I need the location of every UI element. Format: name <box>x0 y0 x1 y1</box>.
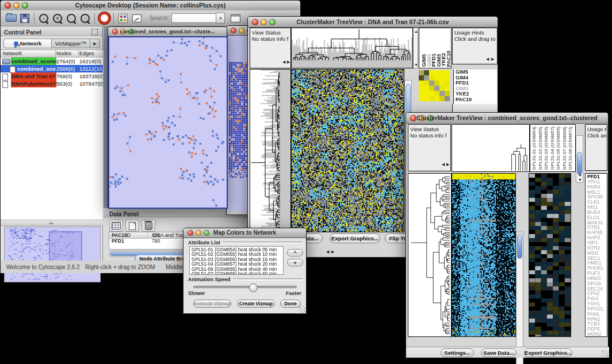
select-attributes-button[interactable] <box>109 220 123 232</box>
close-icon[interactable] <box>231 28 236 33</box>
help-button[interactable] <box>97 12 111 25</box>
matrix-cell[interactable] <box>445 75 450 81</box>
annotation-button[interactable] <box>130 12 144 25</box>
array-column-label[interactable]: GPL51-08 (GSM872) <box>568 127 573 170</box>
matrix-cell[interactable] <box>434 96 439 101</box>
export-graphics-button[interactable]: Export Graphics... <box>330 233 380 243</box>
zoom-selected-button[interactable]: · <box>78 12 92 25</box>
array-column-label[interactable]: GPL51-02 (GSM855) <box>538 127 543 170</box>
network-list-row[interactable]: RNAPuberNov2+!563(0)107847(0) <box>1 80 103 87</box>
matrix-cell[interactable] <box>445 96 450 101</box>
network-list-row[interactable]: combined_scores2764(0)16218(0) <box>1 58 103 65</box>
matrix-cell[interactable] <box>419 86 424 91</box>
matrix-cell[interactable] <box>429 75 434 81</box>
done-button[interactable]: Done <box>280 300 301 308</box>
array-column-label[interactable]: GPL51-04 (GSM857) <box>550 127 555 170</box>
animation-slider[interactable] <box>193 286 297 288</box>
heatmap-vscrollbar[interactable]: ▲ ▼ <box>516 232 523 364</box>
matrix-cell[interactable] <box>439 70 445 75</box>
matrix-cell[interactable] <box>434 75 439 81</box>
zoom-in-button[interactable]: + <box>51 12 64 25</box>
scroll-left-icon[interactable]: ◀ <box>326 250 329 254</box>
array-column-label[interactable]: GPL51-01 (GSM854) <box>531 127 537 170</box>
scroll-left-icon[interactable]: ◀ <box>282 60 285 64</box>
plugin-manager-button[interactable] <box>116 12 130 25</box>
network1-canvas[interactable] <box>109 37 227 208</box>
matrix-cell[interactable] <box>434 86 439 91</box>
matrix-cell[interactable] <box>424 70 429 75</box>
delete-attribute-button[interactable] <box>141 220 155 232</box>
matrix-cell[interactable] <box>434 70 439 75</box>
move-up-button[interactable]: ^ <box>287 249 303 256</box>
matrix-cell[interactable] <box>424 81 429 86</box>
open-session-button[interactable] <box>4 12 18 25</box>
float-panel-icon[interactable] <box>91 29 98 35</box>
network-list-row[interactable]: DNA and Tran 07769(0)183728(0) <box>1 72 103 80</box>
matrix-row-label[interactable]: PAC10 <box>456 97 497 103</box>
attribute-list[interactable]: GPL51-01 (GSM854) heat shock 05 minGPL51… <box>189 246 284 275</box>
label-scroll-strip[interactable]: ▲ ▼ <box>413 28 418 68</box>
matrix-cell[interactable] <box>434 91 439 96</box>
matrix-cell[interactable] <box>445 91 450 96</box>
matrix-cell[interactable] <box>434 81 439 86</box>
column-dendrogram-canvas[interactable] <box>292 28 412 68</box>
minimize-icon[interactable] <box>239 28 244 33</box>
network1-titlebar[interactable]: combined_scores_good.txt--cluste... <box>108 27 227 37</box>
attribute-list-item[interactable]: GPL51-07 (GSM868) heat shock 60 min <box>192 271 283 275</box>
settings-button[interactable]: Settings... <box>441 348 474 357</box>
col-network[interactable]: Network <box>3 51 22 56</box>
resize-grip[interactable] <box>602 350 609 357</box>
matrix-cell[interactable] <box>424 91 429 96</box>
matrix-cell[interactable] <box>439 81 445 86</box>
scroll-thumb[interactable] <box>577 152 582 175</box>
matrix-cell[interactable] <box>439 91 445 96</box>
export-graphics-button[interactable]: Export Graphics... <box>524 348 572 357</box>
panel-splitter[interactable] <box>1 220 103 226</box>
scroll-left-icon[interactable]: ◀ <box>442 162 445 166</box>
row-dendrogram-canvas[interactable] <box>408 174 451 336</box>
gene-label[interactable]: MON2 <box>587 332 607 337</box>
network-name[interactable]: DNA and Tran 07 <box>11 72 56 80</box>
save-data-button[interactable]: Save Data... <box>481 348 517 357</box>
main-window-titlebar[interactable]: Cytoscape Desktop (Session Name: collins… <box>1 1 300 11</box>
scroll-right-icon[interactable]: ▶ <box>446 162 449 166</box>
scroll-thumb[interactable] <box>517 233 522 259</box>
matrix-cell[interactable] <box>424 86 429 91</box>
resize-grip[interactable] <box>299 306 305 313</box>
array-column-label[interactable]: GPL51-07 (GSM868) <box>562 127 567 170</box>
matrix-cell[interactable] <box>439 96 445 101</box>
matrix-cell[interactable] <box>419 81 424 86</box>
move-down-button[interactable]: v <box>287 259 303 266</box>
search-input[interactable] <box>171 13 216 23</box>
network-name[interactable]: combined_scores <box>11 58 56 65</box>
create-vizmap-button[interactable]: Create Vizmap <box>237 300 275 308</box>
matrix-cell[interactable] <box>424 96 429 101</box>
matrix-cell[interactable] <box>429 70 434 75</box>
scroll-right-icon[interactable]: ▶ <box>331 250 334 254</box>
col-nodes[interactable]: Nodes <box>56 51 71 56</box>
treeview-combined-titlebar[interactable]: ClusterMaker TreeView : combined_scores_… <box>406 113 608 124</box>
dialog-titlebar[interactable]: Map Colors to Network <box>183 228 306 238</box>
matrix-cell[interactable] <box>445 70 450 75</box>
matrix-cell[interactable] <box>429 91 434 96</box>
matrix-cell[interactable] <box>429 86 434 91</box>
zoom-fit-button[interactable] <box>64 12 78 25</box>
animate-vizmap-button[interactable]: Animate Vizmap <box>193 300 231 308</box>
import-table-button[interactable] <box>228 12 242 25</box>
network-name[interactable]: RNAPuberNov2+! <box>11 80 56 87</box>
array-column-label[interactable]: GPL51-03 (GSM856) <box>544 127 549 170</box>
new-attribute-button[interactable] <box>125 220 139 232</box>
tab-overflow-button[interactable]: ▶ <box>90 39 100 48</box>
zoom-heatmap-canvas[interactable] <box>529 174 571 336</box>
matrix-cell[interactable] <box>439 86 445 91</box>
matrix-cell[interactable] <box>419 70 424 75</box>
heatmap-canvas[interactable] <box>452 174 515 336</box>
tab-network[interactable]: Network <box>3 39 52 48</box>
treeview-dna-titlebar[interactable]: ClusterMaker TreeView : DNA and Tran 07-… <box>248 17 498 28</box>
matrix-cell[interactable] <box>439 75 445 81</box>
network-name[interactable]: combined_sco <box>17 65 56 72</box>
slider-thumb[interactable] <box>249 283 258 292</box>
matrix-cell[interactable] <box>429 96 434 101</box>
tab-vizmapper[interactable]: VizMapper™ <box>52 39 90 48</box>
scroll-down-icon[interactable]: ▼ <box>414 63 418 67</box>
